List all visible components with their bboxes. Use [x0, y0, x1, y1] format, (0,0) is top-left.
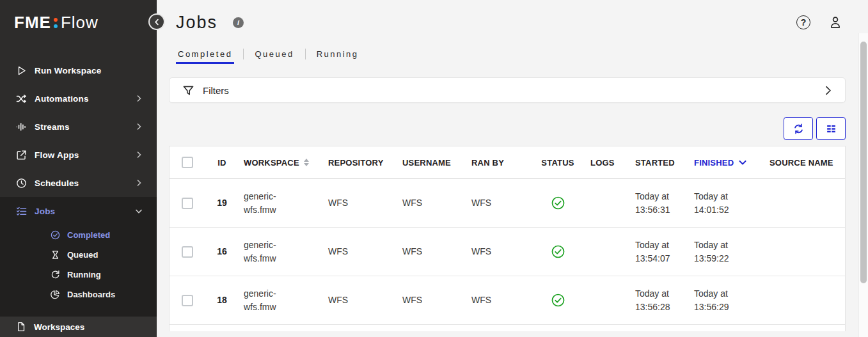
page-title: Jobs	[176, 13, 217, 33]
sidebar-item-jobs[interactable]: Jobs	[0, 197, 157, 225]
row-checkbox[interactable]	[182, 246, 193, 258]
stream-waveform-icon	[15, 121, 28, 133]
sidebar-item-jobs-running[interactable]: Running	[0, 265, 157, 285]
jobs-tabs: Completed Queued Running	[169, 47, 846, 63]
filters-panel-toggle[interactable]: Filters	[169, 77, 846, 103]
sidebar-item-schedules[interactable]: Schedules	[0, 169, 157, 197]
chevron-right-icon	[823, 85, 833, 96]
success-check-icon	[551, 293, 565, 308]
sort-desc-chevron-icon	[738, 158, 747, 167]
column-settings-button[interactable]	[816, 117, 846, 140]
chevron-down-icon	[135, 207, 143, 215]
page-header: Jobs i ?	[169, 10, 846, 35]
table-actions	[169, 117, 846, 140]
cell-status	[530, 244, 585, 259]
sidebar-nav: Run Workspace Automations Streams Flow A…	[0, 45, 157, 197]
cell-id: 18	[205, 294, 239, 307]
cell-started: Today at 13:54:07	[630, 239, 683, 265]
tab-queued[interactable]: Queued	[253, 48, 296, 63]
cell-workspace: generic-wfs.fmw	[239, 190, 300, 217]
document-icon	[15, 321, 27, 333]
sidebar-item-jobs-completed[interactable]: Completed	[0, 225, 157, 245]
cell-repository: WFS	[323, 294, 397, 307]
pie-chart-icon	[50, 289, 61, 300]
cell-finished: Today at 13:59:22	[689, 239, 741, 265]
row-checkbox[interactable]	[182, 295, 193, 306]
tab-completed[interactable]: Completed	[176, 48, 234, 63]
clock-icon	[15, 177, 28, 189]
column-header-label: FINISHED	[694, 158, 734, 168]
sidebar-item-jobs-queued[interactable]: Queued	[0, 245, 157, 265]
sidebar-item-flow-apps[interactable]: Flow Apps	[0, 141, 157, 169]
flow-apps-icon	[15, 149, 28, 161]
column-header-source-name[interactable]: SOURCE NAME	[764, 158, 845, 168]
cell-id: 19	[205, 196, 239, 210]
tab-divider	[243, 49, 244, 59]
column-header-label: WORKSPACE	[244, 158, 299, 168]
column-header-repository[interactable]: REPOSITORY	[323, 158, 397, 168]
cell-status	[530, 196, 585, 210]
sidebar-item-run-workspace[interactable]: Run Workspace	[0, 56, 157, 84]
chevron-right-icon	[135, 179, 143, 187]
scrollbar-thumb[interactable]	[860, 42, 867, 283]
sidebar-item-automations[interactable]: Automations	[0, 84, 157, 113]
play-icon	[15, 65, 28, 77]
sidebar-item-streams[interactable]: Streams	[0, 113, 157, 141]
sidebar-collapse-button[interactable]	[148, 13, 165, 30]
hourglass-icon	[50, 249, 61, 260]
cell-ran-by: WFS	[466, 294, 530, 307]
column-header-status[interactable]: STATUS	[530, 158, 585, 168]
column-header-id[interactable]: ID	[205, 158, 239, 168]
chevron-right-icon	[135, 95, 143, 102]
cell-username: WFS	[397, 196, 466, 210]
cell-started: Today at 13:56:28	[630, 287, 683, 314]
table-row[interactable]: 19 generic-wfs.fmw WFS WFS WFS Today at …	[170, 179, 845, 228]
chevron-right-icon	[135, 151, 143, 159]
column-header-finished[interactable]: FINISHED	[689, 158, 764, 168]
success-check-icon	[551, 244, 565, 259]
vertical-scrollbar[interactable]	[858, 33, 868, 337]
cell-finished: Today at 14:01:52	[689, 190, 741, 217]
row-checkbox[interactable]	[182, 198, 193, 209]
sidebar-item-label: Schedules	[35, 178, 128, 188]
refresh-icon	[50, 269, 61, 280]
help-icon[interactable]: ?	[796, 15, 810, 29]
table-row[interactable]: 16 generic-wfs.fmw WFS WFS WFS Today at …	[170, 228, 845, 276]
sidebar: FME Flow Run Workspace Automations Strea…	[0, 0, 157, 337]
check-circle-icon	[50, 230, 61, 240]
refresh-button[interactable]	[784, 117, 813, 140]
column-header-workspace[interactable]: WORKSPACE	[239, 158, 323, 168]
jobs-table: ID WORKSPACE REPOSITORY USERNAME RAN BY …	[169, 146, 846, 331]
sidebar-item-label: Streams	[35, 122, 128, 132]
tab-divider	[305, 49, 306, 59]
columns-icon	[825, 123, 837, 135]
header-actions: ?	[796, 15, 846, 30]
column-header-started[interactable]: STARTED	[630, 158, 689, 168]
column-header-username[interactable]: USERNAME	[397, 158, 466, 168]
info-icon[interactable]: i	[233, 17, 244, 28]
logo-flow-text: Flow	[61, 13, 99, 33]
user-account-icon[interactable]	[828, 15, 843, 30]
sort-icon	[304, 159, 309, 166]
checklist-icon	[15, 205, 28, 217]
chevron-left-icon	[154, 19, 161, 26]
sidebar-item-workspaces[interactable]: Workspaces	[0, 317, 157, 337]
filters-label: Filters	[203, 85, 823, 96]
cell-ran-by: WFS	[466, 196, 530, 210]
sidebar-item-jobs-dashboards[interactable]: Dashboards	[0, 285, 157, 304]
cell-ran-by: WFS	[466, 245, 530, 258]
logo-fme-text: FME	[14, 13, 51, 33]
logo-colon-icon	[54, 18, 58, 28]
sidebar-item-label: Flow Apps	[35, 150, 128, 160]
success-check-icon	[551, 196, 565, 210]
cell-finished: Today at 13:56:29	[689, 287, 741, 314]
column-header-ran-by[interactable]: RAN BY	[466, 158, 530, 168]
column-header-logs[interactable]: LOGS	[585, 158, 630, 168]
select-all-checkbox[interactable]	[182, 157, 193, 168]
table-row[interactable]: 18 generic-wfs.fmw WFS WFS WFS Today at …	[170, 276, 845, 325]
tab-running[interactable]: Running	[315, 48, 361, 63]
sidebar-item-label: Automations	[35, 94, 128, 104]
sidebar-subitem-label: Completed	[67, 230, 110, 240]
cell-repository: WFS	[323, 196, 397, 210]
cell-username: WFS	[397, 294, 466, 307]
